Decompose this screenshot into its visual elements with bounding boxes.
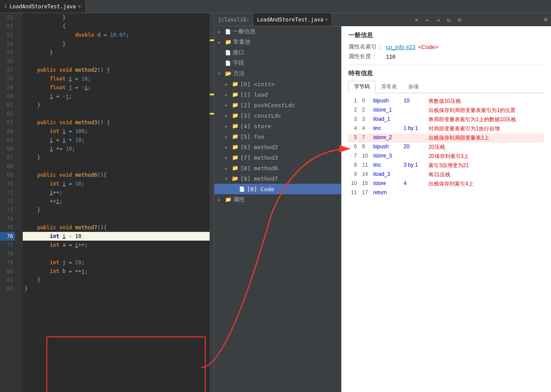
folder-icon-attributes: 📁: [225, 196, 232, 203]
bc-row-9: 9 14 iload_3 将21压栈: [348, 170, 544, 179]
tree-item-fields[interactable]: ▶ 📄 字段: [214, 58, 341, 68]
bc-linenum-3: 3: [348, 115, 359, 124]
folder-icon-constLdc: 📁: [232, 112, 239, 119]
code-line-74: [23, 214, 210, 223]
line-numbers: 51 52 53 54 55 56 57 58 59 60 61 62 63 6…: [0, 13, 18, 392]
bc-comment-5: 出栈保存到局部变量表2上: [426, 133, 544, 143]
code-line-76: int i = 10;: [23, 232, 210, 241]
ln-67: 67: [0, 153, 15, 162]
folder-icon-method2: 📁: [232, 144, 239, 150]
arrow-constLdc: ▶: [225, 113, 230, 118]
tree-item-method2[interactable]: ▶ 📁 [6] method2: [214, 142, 341, 152]
tree-item-store[interactable]: ▶ 📁 [4] store: [214, 121, 341, 131]
info-panel: 一般信息 属性名索引： cp_info #23 <Code> 属性长度： 116: [341, 26, 551, 392]
bc-offset-1: 0: [359, 97, 370, 106]
code-area[interactable]: 51 52 53 54 55 56 57 58 59 60 61 62 63 6…: [0, 13, 210, 392]
code-line-80: int b = ++j;: [23, 267, 210, 276]
bc-instr-10: istore: [371, 179, 401, 189]
code-line-60: i = -j;: [23, 92, 210, 101]
tab-bytecode[interactable]: 字节码: [348, 81, 376, 93]
tree-item-interface[interactable]: ▶ 📄 接口: [214, 47, 341, 58]
tree-label-code: [0] Code: [247, 186, 274, 192]
bc-comment-9: 将21压栈: [426, 170, 544, 179]
ln-76: 76: [0, 232, 15, 241]
attr-index-value[interactable]: cp_info #23: [386, 44, 415, 50]
jclasslib-tab-close[interactable]: ✕: [325, 17, 328, 22]
arrow-method3: ▶: [225, 155, 230, 160]
tree-item-init[interactable]: ▶ 📁 [0] <init>: [214, 79, 341, 89]
tree-item-constLdc[interactable]: ▶ 📁 [3] constLdc: [214, 110, 341, 121]
refresh-button[interactable]: ↻: [445, 15, 452, 24]
bc-instr-7: istore_3: [371, 152, 401, 161]
bc-arg-7: [401, 152, 426, 161]
tree-item-constants[interactable]: ▶ 📁 常量池: [214, 37, 341, 47]
scroll-mark-2: [210, 94, 214, 95]
page-icon-code: 📄: [239, 186, 245, 192]
arrow-foo: ▶: [225, 134, 230, 139]
code-line-71: i++;: [23, 188, 210, 197]
code-line-61: }: [23, 101, 210, 109]
left-tab-close[interactable]: ✕: [78, 4, 81, 9]
bc-offset-10: 15: [359, 179, 370, 189]
ln-68: 68: [0, 162, 15, 171]
close-button[interactable]: ✕: [413, 15, 420, 24]
ln-57: 57: [0, 66, 15, 74]
code-editor: 51 52 53 54 55 56 57 58 59 60 61 62 63 6…: [0, 13, 214, 392]
tree-item-foo[interactable]: ▶ 📁 [5] foo: [214, 131, 341, 142]
open-button[interactable]: ⊙: [456, 15, 463, 24]
tree-label-constants: 常量池: [233, 38, 250, 46]
code-line-82: }: [23, 284, 210, 293]
arrow-method2: ▶: [225, 145, 230, 150]
tree-label-method3: [7] method3: [240, 154, 278, 161]
tree-item-pushConstLdc[interactable]: ▶ 📁 [2] pushConstLdc: [214, 100, 341, 110]
ln-62: 62: [0, 109, 15, 118]
bc-offset-7: 10: [359, 152, 370, 161]
tree-item-method6[interactable]: ▶ 📁 [8] method6: [214, 163, 341, 173]
ln-64: 64: [0, 127, 15, 136]
tree-item-load[interactable]: ▶ 📁 [1] load: [214, 89, 341, 100]
tree-item-method7[interactable]: ▼ 📂 [9] method7: [214, 173, 341, 184]
bc-arg-9: [401, 170, 426, 179]
tab-misc[interactable]: 杂项: [403, 81, 425, 93]
ln-61: 61: [0, 101, 15, 109]
bc-linenum-11: 11: [348, 189, 359, 196]
right-panel: jclasslib: LoadAndStoreTest.java ✕ ✕ ← →…: [214, 13, 551, 392]
bc-instr-8: iinc: [371, 161, 401, 170]
ln-53: 53: [0, 31, 15, 39]
bc-linenum-1: 1: [348, 97, 359, 106]
folder-icon-method6: 📁: [232, 165, 239, 171]
arrow-attributes: ▶: [218, 197, 223, 202]
folder-icon-init: 📁: [232, 81, 239, 87]
back-button[interactable]: ←: [424, 15, 431, 24]
ln-82: 82: [0, 284, 15, 293]
bc-linenum-6: 6: [348, 143, 359, 152]
tree-item-code[interactable]: ▶ 📄 [0] Code: [214, 184, 341, 194]
jclasslib-tab[interactable]: LoadAndStoreTest.java ✕: [253, 13, 332, 26]
bc-row-4: 4 4 iinc 1 by 1 对局部变量表索引为1执行自增: [348, 124, 544, 133]
left-editor-tab[interactable]: C LoadAndStoreTest.java ✕: [0, 0, 86, 13]
ln-77: 77: [0, 241, 15, 249]
bc-row-6: 6 8 bipush 20 20压栈: [348, 143, 544, 152]
code-line-70: int i = 10;: [23, 179, 210, 188]
ln-56: 56: [0, 57, 15, 66]
scroll-indicator: [210, 13, 214, 392]
bc-linenum-7: 7: [348, 152, 359, 161]
attr-index-row: 属性名索引： cp_info #23 <Code>: [348, 43, 544, 51]
tree-label-attributes: 属性: [233, 196, 245, 203]
settings-icon[interactable]: ⚙: [544, 16, 547, 23]
tree-item-general[interactable]: ▶ 📄 一般信息: [214, 26, 341, 37]
tree-item-attributes[interactable]: ▶ 📁 属性: [214, 194, 341, 205]
code-line-77: int a = i++;: [23, 241, 210, 249]
bc-instr-4: iinc: [371, 124, 401, 133]
tab-exception[interactable]: 异常表: [376, 81, 403, 93]
tree-label-store: [4] store: [240, 123, 271, 130]
code-line-79: int j = 20;: [23, 258, 210, 267]
tree-item-methods[interactable]: ▼ 📂 方法: [214, 68, 341, 79]
ln-54: 54: [0, 39, 15, 48]
tree-item-method3[interactable]: ▶ 📁 [7] method3: [214, 152, 341, 163]
right-content: ▶ 📄 一般信息 ▶ 📁 常量池 ▶ 📄 接口: [214, 26, 551, 392]
bc-arg-10: 4: [401, 179, 426, 189]
forward-button[interactable]: →: [435, 15, 442, 24]
ln-59: 59: [0, 83, 15, 92]
arrow-method7: ▼: [225, 176, 230, 181]
